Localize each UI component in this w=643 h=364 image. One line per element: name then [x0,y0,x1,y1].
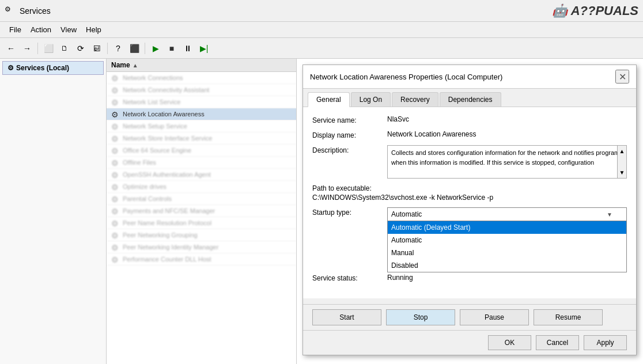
service-gear-icon: ⚙ [111,74,119,82]
list-item[interactable]: ⚙ Peer Networking Grouping [107,229,296,241]
service-name-row: Service name: NlaSvc [312,115,627,124]
dialog-footer: OK Cancel Apply [303,330,636,355]
service-name-value: NlaSvc [387,115,627,123]
resume-button[interactable]: Resume [534,309,603,325]
logo-gear: 🤖 [552,3,568,18]
tab-dependencies[interactable]: Dependencies [440,92,501,107]
cancel-button[interactable]: Cancel [536,335,579,350]
services-panel[interactable]: Name ▲ ⚙ Network Connections ⚙ Network C… [107,59,297,364]
show-hide-console-button[interactable]: ⬜ [41,41,56,56]
startup-type-row: Startup type: Automatic ▼ Automatic (Del… [312,207,627,221]
help-toolbar-button[interactable]: ? [111,41,126,56]
title-bar: ⚙ Services 🤖 A??PUALS [0,0,643,22]
up-button[interactable]: 🗋 [57,41,72,56]
service-gear-icon: ⚙ [111,158,119,166]
tab-logon[interactable]: Log On [351,92,391,107]
back-button[interactable]: ← [3,41,18,56]
step-button[interactable]: ▶| [196,41,211,56]
start-button[interactable]: Start [312,309,381,325]
list-item[interactable]: ⚙ Peer Networking Identity Manager [107,241,296,253]
service-gear-icon: ⚙ [111,170,119,179]
menu-file[interactable]: File [5,24,26,35]
startup-type-label: Startup type: [312,207,387,217]
properties-dialog: Network Location Awareness Properties (L… [302,65,637,355]
sidebar: ⚙ Services (Local) [0,59,107,364]
service-status-label: Service status: [312,273,387,282]
service-gear-icon: ⚙ [111,219,119,227]
list-item[interactable]: ⚙ OpenSSH Authentication Agent [107,169,296,181]
main-area: ⚙ Services (Local) Name ▲ ⚙ Network Conn… [0,59,643,364]
service-gear-icon: ⚙ [111,195,119,203]
list-item[interactable]: ⚙ Network Connectivity Assistant [107,84,296,96]
pause-toolbar-button[interactable]: ⏸ [180,41,195,56]
toolbar-separator-3 [145,43,145,54]
menu-action[interactable]: Action [26,24,56,35]
dialog-container: Network Location Awareness Properties (L… [297,59,643,364]
ok-button[interactable]: OK [488,335,531,350]
dialog-title-bar: Network Location Awareness Properties (L… [303,65,636,89]
dropdown-option-automatic[interactable]: Automatic [388,234,626,247]
refresh-button[interactable]: ⟳ [73,41,88,56]
description-scrollbar[interactable]: ▲ ▼ [617,146,626,178]
dialog-close-button[interactable]: ✕ [615,70,629,84]
display-name-label: Display name: [312,130,387,139]
dropdown-current-value: Automatic [391,210,422,218]
dialog-title-text: Network Location Awareness Properties (L… [310,73,502,81]
forward-button[interactable]: → [20,41,35,56]
export-button[interactable]: 🗟 [89,41,104,56]
menu-view[interactable]: View [56,24,81,35]
window-title: Services [20,6,51,16]
view-button[interactable]: ⬛ [127,41,142,56]
list-item[interactable]: ⚙ Network Store Interface Service [107,132,296,145]
description-row: Description: Collects and stores configu… [312,145,627,179]
service-status-value: Running [387,274,627,282]
scroll-down-icon[interactable]: ▼ [618,167,626,178]
tab-general[interactable]: General [308,92,350,107]
list-item[interactable]: ⚙ Network Setup Service [107,120,296,132]
pause-button[interactable]: Pause [460,309,529,325]
description-label: Description: [312,145,387,154]
service-gear-icon: ⚙ [111,146,119,154]
apply-button[interactable]: Apply [584,335,627,350]
stop-button[interactable]: Stop [386,309,455,325]
list-item[interactable]: ⚙ Office 64 Source Engine [107,145,296,157]
menu-bar: File Action View Help [0,22,643,38]
dropdown-option-disabled[interactable]: Disabled [388,259,626,272]
list-item-selected[interactable]: ⚙ Network Location Awareness [107,108,296,120]
stop-toolbar-button[interactable]: ■ [164,41,179,56]
list-item[interactable]: ⚙ Parental Controls [107,193,296,205]
list-item[interactable]: ⚙ Payments and NFC/SE Manager [107,205,296,217]
appuals-logo: 🤖 A??PUALS [552,3,638,18]
display-name-value: Network Location Awareness [387,130,627,138]
menu-help[interactable]: Help [81,24,106,35]
services-header: Name ▲ [107,59,296,72]
path-value: C:\WINDOWS\System32\svchost.exe -k Netwo… [312,194,627,202]
list-item[interactable]: ⚙ Network Connections [107,72,296,84]
startup-type-dropdown[interactable]: Automatic ▼ Automatic (Delayed Start) Au… [387,207,627,221]
dropdown-display[interactable]: Automatic ▼ [387,207,627,221]
play-button[interactable]: ▶ [148,41,163,56]
list-item[interactable]: ⚙ Offline Files [107,157,296,169]
scroll-up-icon[interactable]: ▲ [618,146,626,157]
service-gear-icon: ⚙ [111,134,119,142]
service-gear-icon: ⚙ [111,183,119,191]
list-item[interactable]: ⚙ Network List Service [107,96,296,108]
list-item[interactable]: ⚙ Performance Counter DLL Host [107,253,296,266]
service-name-label: Service name: [312,115,387,124]
dropdown-option-manual[interactable]: Manual [388,247,626,259]
dropdown-option-delayed[interactable]: Automatic (Delayed Start) [388,221,626,234]
path-label: Path to executable: [312,184,627,192]
tab-recovery[interactable]: Recovery [392,92,438,107]
service-gear-icon: ⚙ [111,98,119,106]
service-gear-icon: ⚙ [111,231,119,239]
dropdown-arrow-icon: ▼ [607,211,612,218]
description-text: Collects and stores configuration inform… [391,149,623,166]
service-gear-icon: ⚙ [111,255,119,263]
service-gear-icon: ⚙ [111,243,119,251]
dropdown-menu[interactable]: Automatic (Delayed Start) Automatic Manu… [387,221,627,272]
toolbar-separator-1 [37,43,38,54]
list-item[interactable]: ⚙ Peer Name Resolution Protocol [107,217,296,229]
list-item[interactable]: ⚙ Optimize drives [107,181,296,193]
dialog-body: Service name: NlaSvc Display name: Netwo… [303,107,636,298]
path-row: Path to executable: C:\WINDOWS\System32\… [312,184,627,202]
